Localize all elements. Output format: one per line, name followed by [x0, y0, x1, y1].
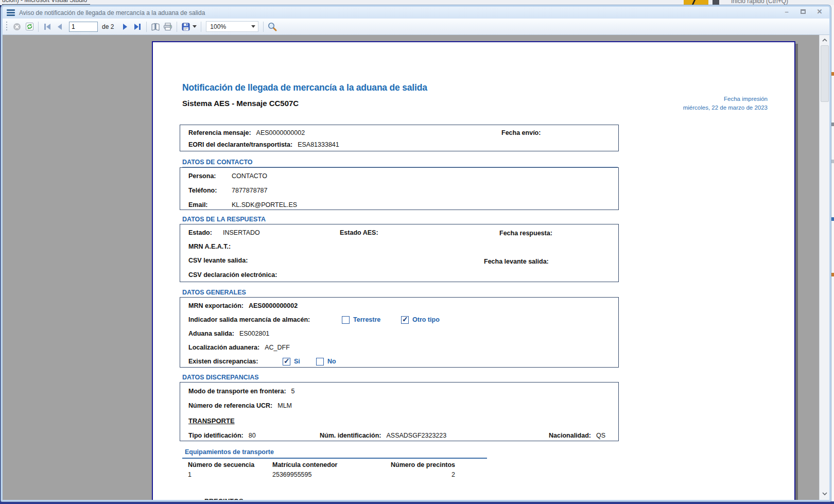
aduana-salida-value: ES002801 [239, 330, 269, 337]
referencia-value: AES0000000002 [256, 129, 305, 136]
print-icon [163, 23, 172, 31]
vs-toolbar-dropdown-fragment [713, 0, 719, 5]
section-discrepancias-header: DATOS DISCREPANCIAS [182, 374, 618, 383]
scroll-up-button[interactable] [820, 35, 829, 45]
no-checkbox[interactable] [316, 358, 324, 366]
report-title: Notificación de llegada de mercancía a l… [182, 82, 427, 93]
mrn-aeat-label: MRN A.E.A.T.: [188, 243, 231, 250]
zoom-select[interactable]: 100% [206, 21, 258, 32]
previous-page-button[interactable] [54, 21, 66, 33]
find-magnifier-icon [268, 22, 277, 31]
nacionalidad-label: Nacionalidad: [549, 432, 591, 439]
otro-tipo-checkbox[interactable] [401, 316, 409, 324]
cell-secuencia: 1 [188, 471, 192, 478]
maximize-icon [801, 9, 806, 14]
num-identificacion-value: ASSADSGF2323223 [386, 432, 446, 439]
modo-transporte-label: Modo de transporte en frontera: [188, 388, 286, 395]
first-page-icon [43, 23, 51, 30]
persona-label: Persona: [188, 172, 232, 180]
csv-declaracion-label: CSV declaración electrónica: [188, 271, 277, 279]
export-button[interactable] [180, 21, 198, 33]
respuesta-box: Estado: INSERTADO Estado AES: Fecha resp… [180, 224, 619, 282]
equipamientos-rule [182, 458, 487, 459]
print-date-block: Fecha impresión miércoles, 22 de marzo d… [683, 95, 768, 112]
persona-value: CONTACTO [232, 172, 267, 180]
tipo-identificacion-label: Tipo idetificación: [188, 432, 244, 439]
current-page-input[interactable] [69, 22, 98, 32]
indicador-label: Indicador salida mercancía de almacén: [188, 316, 310, 323]
zoom-value: 100% [210, 23, 226, 30]
code-fragment [831, 160, 834, 163]
equipamientos-header: Equipamientos de transporte [185, 448, 274, 456]
previous-page-icon [56, 23, 63, 30]
minimize-button[interactable]: – [782, 8, 791, 16]
page-count-label: de 2 [102, 23, 114, 30]
page-setup-icon [151, 23, 160, 31]
vertical-scrollbar[interactable] [819, 35, 829, 500]
no-label: No [327, 358, 336, 365]
vs-background-titlebar: ución) - Microsoft Visual Studio Inicio … [0, 0, 834, 5]
modo-transporte-value: 5 [291, 388, 295, 395]
screen: ución) - Microsoft Visual Studio Inicio … [0, 0, 834, 504]
toolbar-grip-handle[interactable] [6, 22, 8, 32]
email-label: Email: [188, 201, 232, 208]
ucr-value: MLM [277, 402, 292, 409]
dialog-titlebar[interactable]: Aviso de notificación de llegada de merc… [3, 7, 829, 19]
nacionalidad-value: QS [596, 432, 605, 439]
scroll-down-button[interactable] [820, 489, 829, 498]
chevron-down-icon [822, 492, 827, 495]
cell-matricula: 25369955595 [272, 471, 311, 478]
next-page-icon [121, 23, 129, 30]
maximize-button[interactable] [798, 8, 808, 16]
next-page-button[interactable] [119, 21, 131, 33]
find-button[interactable] [266, 21, 279, 33]
section-respuesta-header: DATOS DE LA RESPUESTA [182, 216, 618, 224]
stop-button[interactable] [11, 21, 23, 33]
eori-value: ESA81333841 [298, 141, 339, 148]
export-dropdown-caret [193, 25, 197, 28]
terrestre-checkbox[interactable] [342, 316, 350, 324]
stop-icon [13, 23, 21, 31]
print-button[interactable] [162, 21, 174, 33]
num-identificacion-label: Núm. identificación: [320, 432, 381, 439]
tipo-identificacion-value: 80 [249, 432, 256, 439]
terrestre-label: Terrestre [353, 316, 380, 323]
preview-area: Notificación de llegada de mercancía a l… [3, 35, 829, 500]
otro-tipo-label: Otro tipo [412, 316, 440, 323]
fecha-envio-label: Fecha envío: [501, 129, 541, 136]
code-fragment [831, 217, 834, 221]
scrollbar-thumb[interactable] [821, 45, 829, 102]
discrepancias-label: Existen discrepancias: [188, 358, 258, 365]
col-precintos: Número de precintos [391, 461, 455, 468]
report-subtitle: Sistema AES - Mensaje CC507C [182, 99, 299, 108]
estado-label: Estado: [188, 229, 223, 236]
close-button[interactable]: ✕ [815, 8, 824, 16]
first-page-button[interactable] [41, 21, 54, 33]
csv-levante-label: CSV levante salida: [188, 257, 248, 264]
last-page-icon [133, 23, 142, 30]
col-matricula: Matrícula contenedor [272, 461, 337, 468]
zoom-dropdown-caret [251, 25, 255, 28]
dialog-title: Aviso de notificación de llegada de merc… [19, 9, 205, 16]
vs-toolbar-fragment-icon [684, 0, 708, 5]
telefono-value: 7877878787 [232, 187, 268, 194]
discrepancias-box: Modo de transporte en frontera: 5 Número… [180, 382, 619, 441]
page-setup-button[interactable] [149, 21, 162, 33]
si-checkbox[interactable] [283, 358, 290, 366]
vs-background-bottom-strip [0, 501, 834, 504]
print-date-label: Fecha impresión [683, 95, 768, 103]
contacto-box: Persona: CONTACTO Teléfono: 7877878787 E… [180, 167, 619, 210]
localizacion-label: Localización aduanera: [188, 344, 259, 351]
fecha-respuesta-label: Fecha respuesta: [499, 230, 552, 237]
aduana-salida-label: Aduana salida: [188, 330, 234, 337]
last-page-button[interactable] [131, 21, 144, 33]
code-fragment [831, 273, 834, 276]
report-preview-dialog: Aviso de notificación de llegada de merc… [1, 5, 831, 501]
estado-aes-label: Estado AES: [340, 229, 378, 236]
code-fragment [831, 123, 834, 126]
refresh-button[interactable] [23, 21, 36, 33]
chevron-up-icon [822, 39, 827, 42]
vs-window-title: ución) - Microsoft Visual Studio [2, 0, 90, 5]
reference-box: Referencia mensaje: AES0000000002 Fecha … [180, 125, 619, 151]
mrn-exportacion-value: AES0000000002 [249, 302, 298, 309]
